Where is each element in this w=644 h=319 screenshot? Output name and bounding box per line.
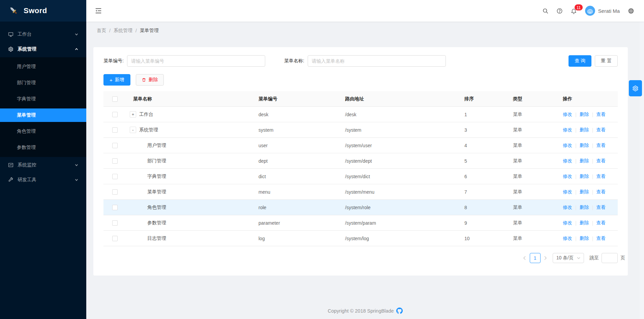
menu-fold-icon[interactable] bbox=[95, 7, 102, 14]
pagination: 1 10 条/页 跳至 页 bbox=[103, 253, 625, 263]
sidebar-subitem[interactable]: 菜单管理 bbox=[0, 108, 86, 122]
row-action-delete[interactable]: 删除 bbox=[580, 189, 589, 195]
menu-code-input[interactable] bbox=[127, 55, 265, 67]
row-action-delete[interactable]: 删除 bbox=[580, 127, 589, 133]
row-action-edit[interactable]: 修改 bbox=[563, 142, 572, 149]
action-separator: | bbox=[592, 143, 593, 148]
sidebar-subitem[interactable]: 部门管理 bbox=[0, 76, 86, 90]
sidebar-submenu-system: 用户管理 部门管理 字典管理 菜单管理 角色管理 参数管理 bbox=[0, 57, 86, 157]
row-action-edit[interactable]: 修改 bbox=[563, 127, 572, 133]
menu-name-cell: 系统管理 bbox=[139, 127, 158, 133]
row-action-view[interactable]: 查看 bbox=[596, 127, 606, 133]
table-body: + 工作台 desk /desk 1 菜单 修改|删除|查看 - 系统管理 sy… bbox=[103, 107, 618, 246]
row-checkbox[interactable] bbox=[112, 143, 118, 148]
row-action-edit[interactable]: 修改 bbox=[563, 158, 572, 164]
row-action-view[interactable]: 查看 bbox=[596, 142, 606, 149]
sidebar-item-devtools[interactable]: 研发工具 bbox=[0, 173, 86, 187]
menu-code-cell: role bbox=[257, 205, 344, 210]
sidebar-item-label: 系统管理 bbox=[18, 46, 75, 52]
menu-sort-cell: 10 bbox=[463, 236, 512, 241]
menu-code-cell: log bbox=[257, 236, 344, 241]
menu-name-cell: 部门管理 bbox=[147, 158, 166, 164]
row-action-view[interactable]: 查看 bbox=[596, 235, 606, 242]
row-checkbox[interactable] bbox=[112, 127, 118, 133]
breadcrumb-item[interactable]: 首页 bbox=[97, 28, 106, 34]
add-button[interactable]: + 新增 bbox=[103, 74, 130, 86]
menu-sort-cell: 5 bbox=[463, 158, 512, 164]
table-row: + 工作台 desk /desk 1 菜单 修改|删除|查看 bbox=[103, 107, 618, 122]
table-row: 字典管理 dict /system/dict 6 菜单 修改|删除|查看 bbox=[103, 169, 618, 184]
row-action-edit[interactable]: 修改 bbox=[563, 235, 572, 242]
page-size-select[interactable]: 10 条/页 bbox=[553, 253, 584, 263]
reset-button[interactable]: 重 置 bbox=[595, 55, 618, 67]
action-separator: | bbox=[575, 189, 577, 195]
sidebar-item-workbench[interactable]: 工作台 bbox=[0, 28, 86, 41]
row-action-edit[interactable]: 修改 bbox=[563, 204, 572, 211]
sidebar-subitem[interactable]: 用户管理 bbox=[0, 60, 86, 73]
menu-type-cell: 菜单 bbox=[512, 189, 561, 195]
prev-page-button[interactable] bbox=[520, 253, 529, 263]
row-checkbox[interactable] bbox=[112, 158, 118, 164]
row-action-delete[interactable]: 删除 bbox=[580, 142, 589, 149]
theme-settings-button[interactable] bbox=[629, 80, 642, 96]
row-checkbox[interactable] bbox=[112, 236, 118, 241]
sidebar-item-monitor[interactable]: 系统监控 bbox=[0, 158, 86, 172]
row-checkbox[interactable] bbox=[112, 220, 118, 226]
menu-route-cell: /system/menu bbox=[344, 189, 463, 195]
menu-name-cell: 参数管理 bbox=[147, 220, 166, 226]
row-action-view[interactable]: 查看 bbox=[596, 111, 606, 118]
column-header-code: 菜单编号 bbox=[257, 96, 344, 102]
expand-toggle[interactable]: + bbox=[130, 111, 136, 118]
chevron-left-icon bbox=[523, 256, 526, 260]
sidebar-subitem[interactable]: 参数管理 bbox=[0, 141, 86, 154]
search-icon bbox=[542, 8, 549, 14]
row-action-delete[interactable]: 删除 bbox=[580, 158, 589, 164]
sidebar-item-system[interactable]: 系统管理 bbox=[0, 42, 86, 56]
row-action-view[interactable]: 查看 bbox=[596, 158, 606, 164]
row-action-view[interactable]: 查看 bbox=[596, 173, 606, 180]
row-action-view[interactable]: 查看 bbox=[596, 220, 606, 226]
row-action-edit[interactable]: 修改 bbox=[563, 189, 572, 195]
search-submit-button[interactable]: 查 询 bbox=[569, 55, 591, 67]
menu-type-cell: 菜单 bbox=[512, 220, 561, 226]
menu-route-cell: /system/dict bbox=[344, 174, 463, 179]
row-action-view[interactable]: 查看 bbox=[596, 204, 606, 211]
scrollbar-track[interactable] bbox=[640, 22, 644, 319]
row-action-edit[interactable]: 修改 bbox=[563, 111, 572, 118]
content-card: 菜单编号: 菜单名称: 查 询 重 置 + 新增 删除 bbox=[93, 47, 628, 276]
action-separator: | bbox=[575, 112, 577, 117]
help-button[interactable] bbox=[553, 0, 567, 22]
row-action-view[interactable]: 查看 bbox=[596, 189, 606, 195]
row-action-delete[interactable]: 删除 bbox=[580, 111, 589, 118]
row-checkbox[interactable] bbox=[112, 205, 118, 210]
breadcrumb-item: 菜单管理 bbox=[140, 28, 159, 34]
row-checkbox[interactable] bbox=[112, 112, 118, 117]
sidebar-subitem[interactable]: 角色管理 bbox=[0, 125, 86, 138]
jump-page-input[interactable] bbox=[602, 253, 618, 263]
notifications-button[interactable]: 11 bbox=[567, 0, 581, 22]
user-menu[interactable]: Serati Ma bbox=[581, 6, 624, 16]
language-button[interactable] bbox=[624, 0, 638, 22]
breadcrumb-item[interactable]: 系统管理 bbox=[114, 28, 132, 34]
github-icon[interactable] bbox=[396, 308, 403, 314]
row-actions: 修改|删除|查看 bbox=[561, 204, 617, 211]
topbar: 11 Serati Ma bbox=[86, 0, 644, 22]
expand-toggle[interactable]: - bbox=[130, 127, 136, 133]
delete-button[interactable]: 删除 bbox=[136, 74, 164, 86]
row-action-edit[interactable]: 修改 bbox=[563, 220, 572, 226]
row-action-edit[interactable]: 修改 bbox=[563, 173, 572, 180]
row-action-delete[interactable]: 删除 bbox=[580, 235, 589, 242]
sidebar-subitem[interactable]: 字典管理 bbox=[0, 92, 86, 106]
row-checkbox[interactable] bbox=[112, 174, 118, 179]
row-checkbox[interactable] bbox=[112, 189, 118, 195]
search-button[interactable] bbox=[539, 0, 553, 22]
page-number-button[interactable]: 1 bbox=[530, 253, 541, 263]
select-all-checkbox[interactable] bbox=[112, 96, 118, 102]
row-action-delete[interactable]: 删除 bbox=[580, 173, 589, 180]
row-action-delete[interactable]: 删除 bbox=[580, 204, 589, 211]
next-page-button[interactable] bbox=[541, 253, 550, 263]
menu-name-input[interactable] bbox=[308, 55, 446, 67]
row-action-delete[interactable]: 删除 bbox=[580, 220, 589, 226]
menu-route-cell: /desk bbox=[344, 112, 463, 117]
sidebar-item-label: 系统监控 bbox=[18, 162, 75, 168]
